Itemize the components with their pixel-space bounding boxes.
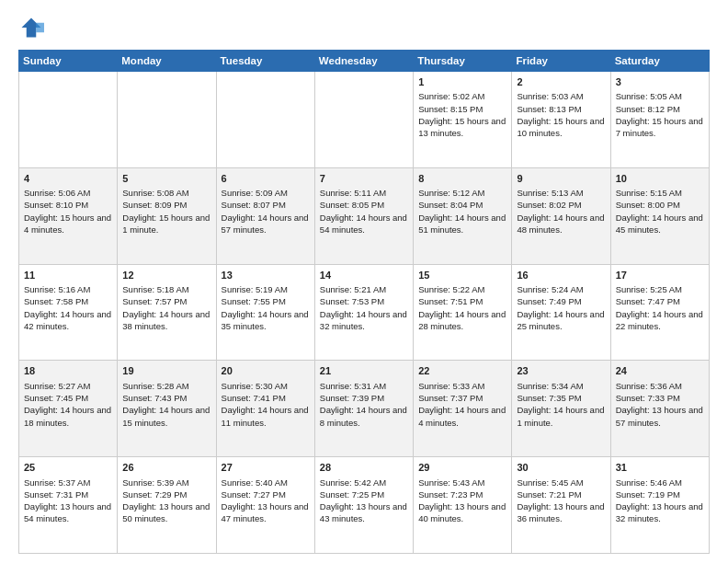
sunset-text: Sunset: 7:39 PM [320, 393, 384, 403]
day-number: 8 [418, 172, 506, 186]
sunset-text: Sunset: 7:35 PM [517, 393, 581, 403]
daylight-text: Daylight: 14 hours and 42 minutes. [24, 309, 111, 331]
day-cell: 22Sunrise: 5:33 AMSunset: 7:37 PMDayligh… [414, 361, 512, 457]
daylight-text: Daylight: 14 hours and 1 minute. [517, 405, 604, 427]
sunrise-text: Sunrise: 5:28 AM [122, 381, 188, 391]
day-cell: 13Sunrise: 5:19 AMSunset: 7:55 PMDayligh… [216, 264, 314, 361]
day-cell: 18Sunrise: 5:27 AMSunset: 7:45 PMDayligh… [19, 361, 118, 457]
day-cell: 7Sunrise: 5:11 AMSunset: 8:05 PMDaylight… [314, 167, 413, 264]
daylight-text: Daylight: 13 hours and 57 minutes. [616, 405, 703, 427]
sunset-text: Sunset: 8:04 PM [418, 200, 483, 210]
daylight-text: Daylight: 14 hours and 54 minutes. [320, 213, 407, 235]
svg-marker-1 [36, 23, 44, 33]
daylight-text: Daylight: 13 hours and 43 minutes. [320, 501, 407, 523]
sunrise-text: Sunrise: 5:43 AM [418, 477, 484, 488]
page: SundayMondayTuesdayWednesdayThursdayFrid… [0, 0, 728, 563]
week-row-4: 18Sunrise: 5:27 AMSunset: 7:45 PMDayligh… [19, 361, 710, 457]
sunrise-text: Sunrise: 5:33 AM [418, 381, 484, 391]
daylight-text: Daylight: 14 hours and 32 minutes. [320, 309, 407, 331]
sunrise-text: Sunrise: 5:11 AM [320, 188, 386, 198]
sunset-text: Sunset: 8:07 PM [222, 200, 286, 210]
sunset-text: Sunset: 7:37 PM [418, 393, 483, 403]
sunrise-text: Sunrise: 5:19 AM [222, 284, 288, 294]
day-cell: 19Sunrise: 5:28 AMSunset: 7:43 PMDayligh… [118, 361, 216, 457]
daylight-text: Daylight: 14 hours and 57 minutes. [222, 213, 309, 235]
daylight-text: Daylight: 14 hours and 11 minutes. [222, 405, 309, 427]
day-number: 17 [616, 269, 704, 282]
day-cell: 8Sunrise: 5:12 AMSunset: 8:04 PMDaylight… [414, 167, 512, 264]
sunrise-text: Sunrise: 5:15 AM [616, 188, 682, 198]
day-number: 13 [222, 269, 310, 282]
day-number: 29 [418, 461, 506, 475]
day-cell: 20Sunrise: 5:30 AMSunset: 7:41 PMDayligh… [216, 361, 314, 457]
day-number: 7 [320, 172, 408, 186]
sunset-text: Sunset: 7:23 PM [418, 489, 483, 500]
daylight-text: Daylight: 15 hours and 4 minutes. [24, 213, 111, 235]
day-cell: 28Sunrise: 5:42 AMSunset: 7:25 PMDayligh… [314, 457, 413, 554]
sunset-text: Sunset: 8:10 PM [24, 200, 88, 210]
day-number: 2 [517, 75, 605, 89]
day-number: 14 [320, 269, 408, 282]
day-number: 27 [222, 461, 310, 475]
day-number: 18 [24, 364, 112, 378]
daylight-text: Daylight: 14 hours and 48 minutes. [517, 213, 604, 235]
sunset-text: Sunset: 8:13 PM [517, 104, 581, 114]
header [18, 15, 710, 40]
day-number: 30 [517, 461, 605, 475]
daylight-text: Daylight: 15 hours and 1 minute. [122, 213, 210, 235]
day-cell: 29Sunrise: 5:43 AMSunset: 7:23 PMDayligh… [414, 457, 512, 554]
sunset-text: Sunset: 7:47 PM [616, 296, 680, 306]
sunset-text: Sunset: 7:41 PM [222, 393, 286, 403]
col-header-sunday: Sunday [19, 51, 118, 72]
day-number: 1 [418, 75, 506, 89]
sunset-text: Sunset: 7:53 PM [320, 296, 384, 306]
sunset-text: Sunset: 8:00 PM [616, 200, 680, 210]
daylight-text: Daylight: 14 hours and 28 minutes. [418, 309, 506, 331]
daylight-text: Daylight: 13 hours and 32 minutes. [616, 501, 703, 523]
day-cell: 25Sunrise: 5:37 AMSunset: 7:31 PMDayligh… [19, 457, 118, 554]
day-cell: 15Sunrise: 5:22 AMSunset: 7:51 PMDayligh… [414, 264, 512, 361]
col-header-friday: Friday [512, 51, 610, 72]
day-cell: 10Sunrise: 5:15 AMSunset: 8:00 PMDayligh… [610, 167, 709, 264]
daylight-text: Daylight: 14 hours and 25 minutes. [517, 309, 604, 331]
day-cell [19, 72, 118, 168]
sunrise-text: Sunrise: 5:21 AM [320, 284, 386, 294]
sunrise-text: Sunrise: 5:12 AM [418, 188, 484, 198]
day-number: 16 [517, 269, 605, 282]
day-number: 20 [222, 364, 310, 378]
sunrise-text: Sunrise: 5:34 AM [517, 381, 583, 391]
daylight-text: Daylight: 14 hours and 22 minutes. [616, 309, 703, 331]
day-cell: 9Sunrise: 5:13 AMSunset: 8:02 PMDaylight… [512, 167, 610, 264]
day-cell: 5Sunrise: 5:08 AMSunset: 8:09 PMDaylight… [118, 167, 216, 264]
daylight-text: Daylight: 14 hours and 51 minutes. [418, 213, 506, 235]
sunrise-text: Sunrise: 5:30 AM [222, 381, 288, 391]
day-cell: 27Sunrise: 5:40 AMSunset: 7:27 PMDayligh… [216, 457, 314, 554]
sunrise-text: Sunrise: 5:45 AM [517, 477, 583, 488]
col-header-monday: Monday [118, 51, 216, 72]
sunrise-text: Sunrise: 5:39 AM [122, 477, 188, 488]
sunrise-text: Sunrise: 5:03 AM [517, 91, 583, 101]
col-header-wednesday: Wednesday [314, 51, 413, 72]
calendar-header-row: SundayMondayTuesdayWednesdayThursdayFrid… [19, 51, 710, 72]
day-cell: 30Sunrise: 5:45 AMSunset: 7:21 PMDayligh… [512, 457, 610, 554]
sunrise-text: Sunrise: 5:27 AM [24, 381, 90, 391]
day-cell: 11Sunrise: 5:16 AMSunset: 7:58 PMDayligh… [19, 264, 118, 361]
day-cell: 4Sunrise: 5:06 AMSunset: 8:10 PMDaylight… [19, 167, 118, 264]
day-number: 5 [122, 172, 210, 186]
daylight-text: Daylight: 15 hours and 7 minutes. [616, 116, 703, 138]
sunrise-text: Sunrise: 5:18 AM [122, 284, 188, 294]
sunrise-text: Sunrise: 5:05 AM [616, 91, 682, 101]
sunset-text: Sunset: 7:29 PM [122, 489, 187, 500]
sunrise-text: Sunrise: 5:02 AM [418, 91, 484, 101]
daylight-text: Daylight: 15 hours and 10 minutes. [517, 116, 604, 138]
sunset-text: Sunset: 7:21 PM [517, 489, 581, 500]
sunset-text: Sunset: 8:09 PM [122, 200, 187, 210]
logo-icon [18, 15, 44, 40]
day-number: 31 [616, 461, 704, 475]
day-cell: 3Sunrise: 5:05 AMSunset: 8:12 PMDaylight… [610, 72, 709, 168]
day-number: 19 [122, 364, 210, 378]
day-cell: 1Sunrise: 5:02 AMSunset: 8:15 PMDaylight… [414, 72, 512, 168]
day-number: 26 [122, 461, 210, 475]
day-number: 24 [616, 364, 704, 378]
sunset-text: Sunset: 7:58 PM [24, 296, 88, 306]
